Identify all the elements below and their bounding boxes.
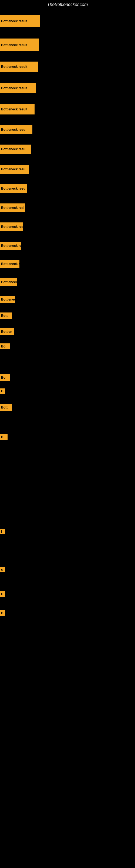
bottleneck-bar-11: Bottleneck re [0,242,21,250]
bottleneck-bar-17: Bo [0,343,10,349]
bottleneck-bar-23: c [0,567,5,572]
bottleneck-bar-9: Bottleneck resi [0,204,25,212]
bottleneck-bar-6: Bottleneck resu [0,145,31,154]
bottleneck-bar-21: B [0,434,8,440]
bottleneck-bar-4: Bottleneck result [0,104,35,115]
bottleneck-bar-5: Bottleneck resu [0,125,32,134]
bottleneck-bar-12: Bottleneck re [0,260,19,268]
bottleneck-bar-1: Bottleneck result [0,38,39,51]
bottleneck-bar-13: Bottleneck re [0,278,17,286]
bottleneck-bar-7: Bottleneck resu [0,165,29,174]
bottleneck-bar-3: Bottleneck result [0,83,36,93]
bottleneck-bar-25: B [0,610,5,616]
bottleneck-bar-8: Bottleneck resu [0,184,27,193]
bottleneck-bar-22: I [0,529,5,534]
bottleneck-bar-10: Bottleneck resi [0,222,23,231]
bottleneck-bar-24: E [0,591,5,597]
bottleneck-bar-14: Bottlenec [0,296,15,303]
bottleneck-bar-18: Bo [0,374,10,381]
bottleneck-bar-0: Bottleneck result [0,15,40,27]
bottleneck-bar-20: Bott [0,404,12,411]
bottleneck-bar-19: B [0,389,5,394]
bottleneck-bar-15: Bott [0,312,12,319]
bottleneck-bar-16: Bottlen [0,328,14,335]
site-title: TheBottlenecker.com [0,0,135,9]
bottleneck-bar-2: Bottleneck result [0,62,38,72]
